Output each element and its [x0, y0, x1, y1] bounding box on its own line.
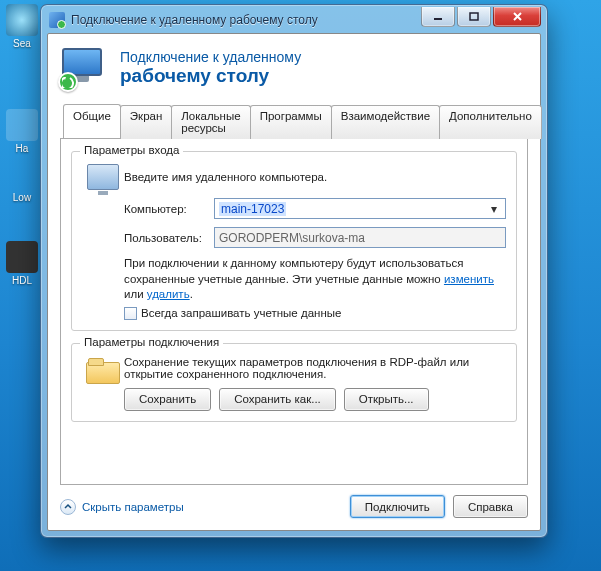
- save-button[interactable]: Сохранить: [124, 388, 211, 411]
- desktop-shortcut[interactable]: Ha: [4, 109, 40, 154]
- tab-local-res[interactable]: Локальные ресурсы: [171, 105, 250, 139]
- link-edit-creds[interactable]: изменить: [444, 273, 494, 285]
- seagate-icon: [6, 4, 38, 36]
- desktop-label: Ha: [4, 143, 40, 154]
- desktop-icons: Sea Ha Low HDL: [4, 4, 40, 324]
- client-area: Подключение к удаленному рабочему столу …: [47, 33, 541, 531]
- desktop-label: Low: [4, 192, 40, 203]
- computer-combobox[interactable]: main-17023 ▾: [214, 198, 506, 219]
- svg-rect-1: [470, 13, 478, 20]
- always-ask-checkbox[interactable]: [124, 307, 137, 320]
- close-button[interactable]: [493, 7, 541, 27]
- tabstrip: Общие Экран Локальные ресурсы Программы …: [60, 104, 528, 139]
- group-connection: Параметры подключения Сохранение текущих…: [71, 343, 517, 422]
- always-ask-label: Всегда запрашивать учетные данные: [141, 307, 341, 319]
- computer-label: Компьютер:: [124, 203, 214, 215]
- options-label: Скрыть параметры: [82, 501, 184, 513]
- titlebar[interactable]: Подключение к удаленному рабочему столу: [47, 11, 541, 33]
- computer-icon: [87, 164, 119, 190]
- desktop-shortcut[interactable]: Low: [4, 192, 40, 203]
- group-logon-title: Параметры входа: [80, 144, 183, 156]
- app-icon: [6, 109, 38, 141]
- chevron-up-icon: [60, 499, 76, 515]
- logon-instruction: Введите имя удаленного компьютера.: [124, 171, 327, 183]
- desktop-label: Sea: [4, 38, 40, 49]
- dialog-header: Подключение к удаленному рабочему столу: [60, 44, 528, 94]
- connection-desc: Сохранение текущих параметров подключени…: [124, 356, 506, 380]
- header-line1: Подключение к удаленному: [120, 49, 301, 65]
- minimize-button[interactable]: [421, 7, 455, 27]
- chevron-down-icon: ▾: [486, 202, 501, 216]
- open-button[interactable]: Открыть...: [344, 388, 429, 411]
- link-delete-creds[interactable]: удалить: [147, 288, 190, 300]
- window-title: Подключение к удаленному рабочему столу: [71, 13, 318, 27]
- folder-icon: [86, 358, 120, 384]
- group-logon: Параметры входа Введите имя удаленного к…: [71, 151, 517, 331]
- tab-programs[interactable]: Программы: [250, 105, 332, 139]
- rdp-window: Подключение к удаленному рабочему столу …: [40, 4, 548, 538]
- header-line2: рабочему столу: [120, 65, 301, 87]
- options-toggle[interactable]: Скрыть параметры: [60, 499, 184, 515]
- user-label: Пользователь:: [124, 232, 214, 244]
- tab-general[interactable]: Общие: [63, 104, 121, 138]
- desktop-label: HDL: [4, 275, 40, 286]
- save-as-button[interactable]: Сохранить как...: [219, 388, 336, 411]
- app-icon: [6, 241, 38, 273]
- maximize-button[interactable]: [457, 7, 491, 27]
- user-field: GORODPERM\surkova-ma: [214, 227, 506, 248]
- help-button[interactable]: Справка: [453, 495, 528, 518]
- computer-value: main-17023: [219, 202, 286, 216]
- tab-experience[interactable]: Взаимодействие: [331, 105, 440, 139]
- desktop-shortcut[interactable]: Sea: [4, 4, 40, 49]
- tab-advanced[interactable]: Дополнительно: [439, 105, 542, 139]
- user-value: GORODPERM\surkova-ma: [219, 231, 365, 245]
- group-connection-title: Параметры подключения: [80, 336, 223, 348]
- connect-button[interactable]: Подключить: [350, 495, 445, 518]
- rdp-monitor-icon: [62, 48, 110, 88]
- tab-panel-general: Параметры входа Введите имя удаленного к…: [60, 139, 528, 485]
- app-icon: [49, 12, 65, 28]
- desktop-shortcut[interactable]: HDL: [4, 241, 40, 286]
- svg-rect-0: [434, 18, 442, 20]
- credentials-note: При подключении к данному компьютеру буд…: [124, 256, 506, 303]
- tab-display[interactable]: Экран: [120, 105, 172, 139]
- dialog-footer: Скрыть параметры Подключить Справка: [60, 495, 528, 518]
